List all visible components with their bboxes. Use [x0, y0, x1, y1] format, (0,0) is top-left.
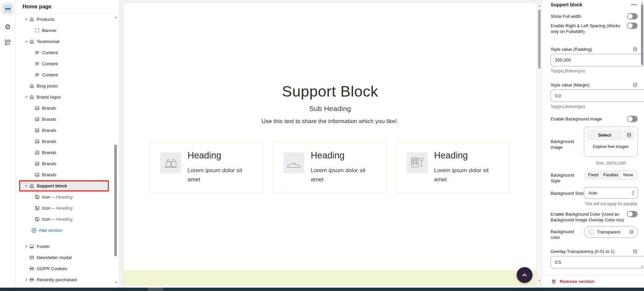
sidebar-item-label: Newsletter modal: [37, 255, 72, 260]
image-icon: [35, 161, 42, 166]
sidebar-item-label: Recently purchased: [37, 277, 77, 282]
transparent-swatch-icon: [588, 229, 594, 235]
sections-icon[interactable]: [2, 3, 14, 15]
image-icon: [35, 150, 42, 155]
sidebar-item-sublabel: Heading: [56, 194, 73, 199]
overflow-menu-icon[interactable]: ⋯: [631, 3, 638, 6]
sidebar-item-label: Brands: [42, 117, 56, 122]
sidebar-item-content[interactable]: Content: [19, 58, 109, 69]
select-image-button[interactable]: Select: [587, 130, 622, 140]
home-icon: [29, 17, 37, 22]
preview-scroll-up-icon[interactable]: ▲: [538, 4, 541, 7]
sidebar-item-label: Products: [37, 17, 54, 22]
panel-scrollbar-thumb[interactable]: [641, 4, 643, 65]
margin-input[interactable]: [551, 89, 644, 102]
sidebar-item-banner[interactable]: Banner: [19, 25, 109, 36]
sidebar-item-footer[interactable]: Footer: [19, 241, 109, 252]
sidebar-scroll-up-icon[interactable]: ▲: [115, 15, 118, 19]
sidebar-item-icon[interactable]: Icon –Heading: [19, 214, 109, 225]
bg-size-label: Background Size: [551, 187, 584, 206]
remove-section-button[interactable]: Remove section: [542, 275, 644, 288]
sidebar-scroll-down-icon[interactable]: ▼: [115, 281, 118, 284]
panel-scroll-down-icon[interactable]: ▼: [641, 265, 644, 268]
padding-input[interactable]: [551, 54, 644, 66]
bg-style-option-parallax[interactable]: Parallax: [602, 171, 619, 179]
page-title: Home page: [16, 0, 119, 13]
enable-bg-color-toggle[interactable]: [627, 211, 638, 217]
add-section-button[interactable]: Add section: [19, 225, 109, 236]
sidebar-item-content[interactable]: Content: [19, 69, 109, 80]
support-card[interactable]: Heading Lorem ipsum dolor sit amet: [397, 142, 510, 193]
chevron-right-icon[interactable]: [23, 278, 29, 282]
icon-image-icon: [35, 217, 42, 222]
sidebar-item-newsletter-modal[interactable]: Newsletter modal: [19, 252, 109, 263]
bg-size-value: Auto: [588, 190, 597, 195]
layers-sidebar: Home page ProductsBannerTestimonialConte…: [16, 0, 119, 288]
preview-scrollbar-thumb[interactable]: [538, 9, 541, 69]
sidebar-item-brand-logos[interactable]: Brand logos: [19, 92, 109, 103]
dynamic-source-icon[interactable]: [633, 47, 638, 52]
overlay-transparency-input[interactable]: [551, 256, 644, 268]
chevron-right-icon[interactable]: [23, 245, 29, 248]
bg-style-option-none[interactable]: None: [619, 171, 637, 179]
chevron-down-icon[interactable]: [23, 95, 29, 99]
frame-icon: [35, 28, 42, 33]
sidebar-item-content[interactable]: Content: [19, 47, 109, 58]
chevron-down-icon[interactable]: [23, 40, 29, 43]
sidebar-item-recently-purchased[interactable]: Recently purchased: [19, 274, 109, 285]
sidebar-item-testimonial[interactable]: Testimonial: [19, 36, 109, 47]
sidebar-item-label: Icon –: [42, 194, 54, 199]
text-lines-icon: [35, 50, 42, 55]
sidebar-scrollbar[interactable]: [114, 145, 117, 256]
sidebar-item-brands[interactable]: Brands: [19, 114, 109, 125]
section-icon: [29, 277, 37, 282]
card-heading: Heading: [311, 150, 345, 161]
sidebar-item-label: Brands: [42, 161, 56, 166]
overlay-transparency-label: Overlay Transparency (0.01 to 1): [551, 249, 614, 254]
chevron-down-icon[interactable]: [23, 17, 29, 21]
sidebar-item-products[interactable]: Products: [19, 14, 109, 25]
sidebar-item-label: Footer: [37, 244, 50, 249]
chevron-down-icon[interactable]: [23, 184, 29, 188]
explore-free-images-link[interactable]: Explore free images: [587, 144, 635, 149]
sidebar-item-icon[interactable]: Icon –Heading: [19, 191, 109, 203]
dynamic-source-icon[interactable]: [629, 229, 634, 234]
remove-section-label: Remove section: [560, 279, 595, 284]
left-right-spacing-toggle[interactable]: [627, 23, 638, 29]
bg-size-select[interactable]: Auto: [584, 187, 638, 199]
dynamic-source-icon[interactable]: [623, 130, 635, 140]
settings-gear-icon[interactable]: ⚙: [2, 21, 14, 33]
trash-icon: [551, 279, 556, 284]
support-card[interactable]: Heading Lorem ipsum dolor sit amet: [273, 142, 387, 193]
margin-label: Style value (Margin): [551, 82, 590, 87]
dynamic-source-icon[interactable]: [633, 82, 638, 87]
scroll-to-top-button[interactable]: [517, 267, 532, 283]
enable-bg-image-toggle[interactable]: [627, 116, 638, 122]
sidebar-item-brands[interactable]: Brands: [19, 158, 109, 169]
preview-scroll-down-icon[interactable]: ▼: [538, 279, 541, 282]
sidebar-item-blog-posts[interactable]: Blog posts: [19, 80, 109, 92]
bg-image-label: Background image: [551, 126, 584, 157]
support-card[interactable]: Heading Lorem ipsum dolor sit amet: [150, 142, 263, 193]
sidebar-item-sublabel: Heading: [56, 206, 73, 211]
dynamic-source-icon[interactable]: [633, 249, 638, 254]
sidebar-item-label: Content: [42, 50, 58, 55]
sidebar-item-brands[interactable]: Brands: [19, 147, 109, 158]
sidebar-item-label: Brands: [42, 150, 56, 155]
bg-color-picker[interactable]: Transparent: [584, 226, 638, 238]
sidebar-item-gdpr-cookies[interactable]: GDPR Cookies: [19, 263, 109, 274]
bg-style-option-fixed[interactable]: Fixed: [585, 171, 602, 179]
sidebar-item-brands[interactable]: Brands: [19, 169, 109, 180]
sidebar-item-icon[interactable]: Icon –Heading: [19, 203, 109, 214]
full-width-toggle[interactable]: [627, 13, 638, 20]
preview-scrollbar-track[interactable]: ▲ ▼: [537, 3, 542, 284]
sidebar-item-brands[interactable]: Brands: [19, 136, 109, 147]
sidebar-item-support-block[interactable]: Support block: [19, 180, 109, 191]
toggle-knob: [628, 212, 633, 217]
bg-size-help: This will not apply for parallax: [584, 202, 638, 206]
sidebar-item-label: Brand logos: [37, 95, 61, 100]
sidebar-item-brands[interactable]: Brands: [19, 103, 109, 114]
panel-scroll-up-icon[interactable]: ▲: [641, 1, 644, 4]
sidebar-item-brands[interactable]: Brands: [19, 125, 109, 136]
apps-icon[interactable]: [2, 36, 14, 48]
